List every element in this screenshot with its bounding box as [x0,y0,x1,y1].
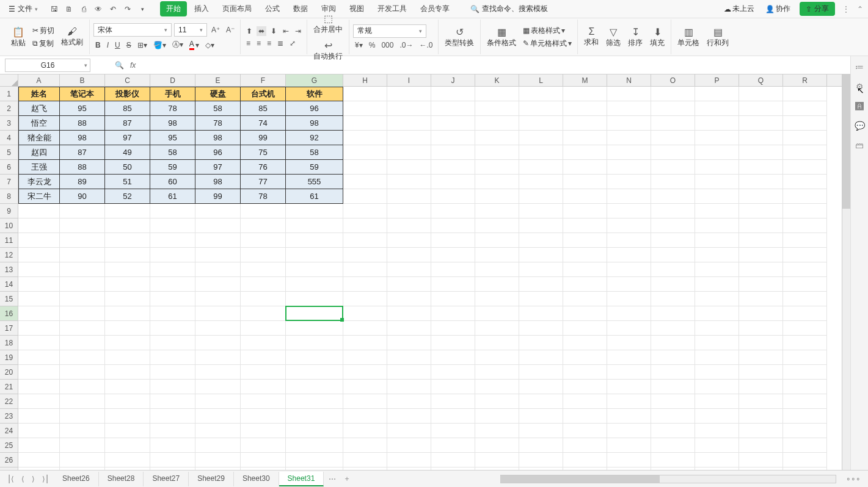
cell[interactable] [387,380,431,394]
cell[interactable] [241,453,286,467]
cell[interactable] [60,321,105,336]
bold-button[interactable]: B [93,40,103,50]
cell[interactable] [105,350,150,365]
cell[interactable] [695,248,739,262]
cell[interactable] [475,175,519,189]
cell[interactable] [519,87,563,101]
cell[interactable] [431,131,475,145]
cell[interactable] [475,394,519,409]
cell[interactable] [150,409,195,424]
sheet-tab[interactable]: Sheet30 [234,472,279,486]
cell[interactable] [241,380,286,394]
cell[interactable] [783,380,827,394]
cell[interactable] [563,394,607,409]
cell[interactable] [607,233,651,248]
cell[interactable]: 99 [195,189,241,204]
cell[interactable] [475,160,519,175]
cell[interactable] [783,321,827,336]
cell[interactable] [695,394,739,409]
cell[interactable] [783,292,827,306]
cell[interactable] [695,380,739,394]
cell[interactable] [387,438,431,453]
cell[interactable]: 98 [60,131,105,145]
cell[interactable] [783,277,827,292]
cell[interactable] [519,204,563,218]
cell[interactable] [607,292,651,306]
cell[interactable]: 87 [60,145,105,160]
cell[interactable] [343,87,387,101]
cell[interactable] [105,233,150,248]
cell[interactable] [563,248,607,262]
cell[interactable] [475,218,519,233]
column-header[interactable]: J [431,74,475,87]
cell[interactable] [519,160,563,175]
sidepanel-settings-icon[interactable]: ⚙ [856,82,864,92]
cell[interactable] [563,350,607,365]
cell[interactable] [739,175,783,189]
cell[interactable] [607,438,651,453]
cell[interactable] [241,438,286,453]
cell[interactable] [241,321,286,336]
font-size-select[interactable]: 11▾ [174,23,207,37]
cell[interactable] [739,424,783,438]
row-header[interactable]: 3 [0,116,18,131]
cell[interactable] [475,131,519,145]
cell[interactable]: 78 [195,116,241,131]
cell[interactable] [195,409,241,424]
cell[interactable] [387,204,431,218]
cell[interactable] [241,233,286,248]
cells-button[interactable]: ▥单元格 [675,25,702,49]
ribbon-tab-3[interactable]: 公式 [259,1,286,16]
cell[interactable]: 硬盘 [195,87,241,101]
cells-area[interactable]: 姓名笔记本投影仪手机硬盘台式机软件赵飞958578588596悟空8887987… [18,87,850,470]
cell[interactable] [475,145,519,160]
cell[interactable]: 悟空 [18,116,60,131]
percent-button[interactable]: % [367,40,377,50]
cell[interactable] [651,204,695,218]
cell[interactable] [607,321,651,336]
row-header[interactable]: 5 [0,145,18,160]
cell[interactable] [18,218,60,233]
cell[interactable]: 49 [105,145,150,160]
cell[interactable] [18,453,60,467]
cell[interactable] [783,131,827,145]
cell[interactable] [695,438,739,453]
cell[interactable] [150,248,195,262]
print-preview-icon[interactable]: 👁 [93,4,104,15]
cell[interactable] [563,336,607,350]
align-right-button[interactable]: ≡ [265,38,273,48]
cell[interactable] [195,277,241,292]
cell[interactable]: 手机 [150,87,195,101]
cell[interactable] [739,394,783,409]
cell[interactable]: 96 [195,145,241,160]
cell[interactable]: 88 [60,160,105,175]
cell[interactable] [286,336,343,350]
row-header[interactable]: 1 [0,87,18,101]
cell[interactable] [241,218,286,233]
cell[interactable]: 77 [241,175,286,189]
cell[interactable] [607,101,651,116]
cell[interactable] [18,204,60,218]
cell[interactable] [739,160,783,175]
cell[interactable] [18,380,60,394]
cell[interactable] [651,116,695,131]
column-header[interactable]: H [343,74,387,87]
italic-button[interactable]: I [105,40,111,50]
cell[interactable] [343,409,387,424]
cell[interactable] [607,350,651,365]
cell[interactable] [695,409,739,424]
cell[interactable] [60,248,105,262]
fill-color-button[interactable]: 🪣▾ [151,40,168,50]
cell[interactable] [241,336,286,350]
cell[interactable] [739,336,783,350]
cell[interactable] [783,160,827,175]
cell[interactable] [18,350,60,365]
cell[interactable] [651,453,695,467]
cell[interactable] [739,306,783,321]
ribbon-tab-7[interactable]: 开发工具 [371,1,413,16]
cell[interactable] [105,424,150,438]
cell[interactable] [783,336,827,350]
sidepanel-chat-icon[interactable]: 💬 [855,121,865,131]
cell[interactable] [60,306,105,321]
cell[interactable] [286,218,343,233]
